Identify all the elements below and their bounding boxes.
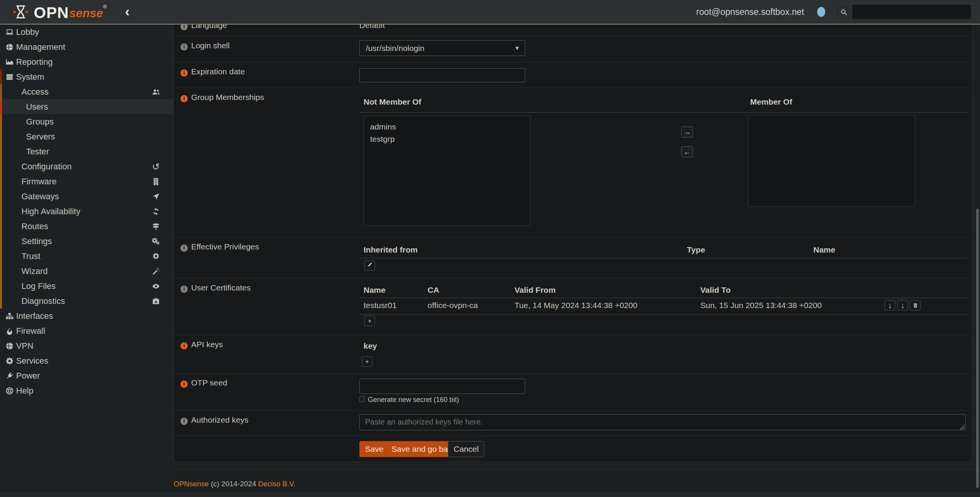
cert-col-name: Name bbox=[364, 285, 385, 295]
sidebar-item-high-availability[interactable]: High Availability bbox=[0, 204, 173, 219]
user-certificates-label: i User Certificates bbox=[180, 283, 251, 293]
row-login-shell: i Login shell /usr/sbin/nologin ▾ bbox=[174, 36, 972, 62]
col-type: Type bbox=[687, 245, 705, 254]
sidebar-item-users[interactable]: Users bbox=[0, 99, 173, 114]
cert-cell-valid-from: Tue, 14 May 2024 13:44:38 +0200 bbox=[515, 301, 637, 310]
add-api-key-button[interactable]: + bbox=[362, 356, 372, 367]
plus-icon: + bbox=[365, 358, 369, 366]
server-icon bbox=[4, 72, 15, 82]
cert-cell-name: testusr01 bbox=[364, 301, 397, 310]
not-member-of-listbox[interactable]: adminstestgrp bbox=[364, 116, 531, 226]
sidebar-item-settings[interactable]: Settings bbox=[0, 234, 173, 249]
sidebar-item-interfaces[interactable]: Interfaces bbox=[0, 308, 173, 323]
edit-privileges-button[interactable] bbox=[364, 260, 375, 271]
sidebar-item-services[interactable]: Services bbox=[0, 353, 173, 368]
otp-seed-label: i OTP seed bbox=[180, 378, 227, 388]
sidebar-item-groups[interactable]: Groups bbox=[0, 114, 173, 129]
sidebar-item-label: Help bbox=[16, 386, 33, 396]
medkit-icon bbox=[151, 297, 161, 306]
certificate-icon bbox=[151, 252, 161, 261]
footer-deciso-link[interactable]: Deciso B.V. bbox=[258, 480, 296, 488]
sidebar-item-reporting[interactable]: Reporting bbox=[0, 54, 173, 69]
sidebar-item-firmware[interactable]: Firmware bbox=[0, 174, 173, 189]
info-icon: i bbox=[180, 378, 188, 388]
top-header: OPN sense ® ‹ root@opnsense.softbox.net bbox=[0, 0, 980, 25]
sidebar-item-label: Configuration bbox=[21, 162, 72, 172]
group-header-divider bbox=[359, 112, 967, 113]
history-icon: ↺ bbox=[151, 162, 161, 171]
brand-primary: OPN bbox=[34, 5, 69, 20]
sidebar-item-system[interactable]: System bbox=[0, 69, 173, 84]
remove-from-group-button[interactable]: ← bbox=[681, 146, 693, 157]
sidebar-item-wizard[interactable]: Wizard bbox=[0, 264, 173, 279]
list-option[interactable]: testgrp bbox=[364, 133, 530, 145]
sidebar-item-gateways[interactable]: Gateways bbox=[0, 189, 173, 204]
generate-secret-checkbox[interactable] bbox=[359, 396, 365, 402]
sidebar-item-lobby[interactable]: Lobby bbox=[0, 25, 173, 39]
cert-cell-ca: office-ovpn-ca bbox=[428, 301, 478, 310]
global-search bbox=[834, 4, 972, 20]
user-edit-form: i Language Default i Login shell /usr/sb… bbox=[173, 25, 972, 462]
pencil-icon bbox=[367, 262, 373, 269]
sidebar-item-label: Groups bbox=[26, 117, 54, 127]
footer-opnsense-link[interactable]: OPNsense bbox=[174, 480, 209, 488]
save-button[interactable]: Save bbox=[359, 441, 389, 457]
cert-row-divider bbox=[359, 314, 967, 315]
download-certificate-button-1[interactable]: ↓ bbox=[885, 300, 895, 310]
sidebar-menu: LobbyManagementReportingSystemAccessUser… bbox=[0, 25, 173, 398]
sidebar-item-label: High Availability bbox=[21, 207, 80, 217]
delete-certificate-button[interactable] bbox=[910, 300, 921, 310]
search-input[interactable] bbox=[852, 5, 971, 19]
brand-secondary: sense bbox=[69, 7, 103, 20]
textarea-resize-grip[interactable] bbox=[960, 425, 965, 430]
caret-down-icon: ▾ bbox=[515, 44, 519, 52]
opnsense-logo[interactable]: OPN sense ® bbox=[11, 3, 107, 20]
sidebar-item-log-files[interactable]: Log Files bbox=[0, 279, 173, 294]
list-option[interactable]: admins bbox=[364, 121, 530, 133]
sidebar-item-firewall[interactable]: Firewall bbox=[0, 323, 173, 338]
sidebar-collapse-button[interactable]: ‹ bbox=[125, 6, 129, 18]
download-certificate-button-2[interactable]: ↓ bbox=[897, 300, 908, 310]
otp-seed-input[interactable] bbox=[359, 379, 525, 394]
sidebar-item-access[interactable]: Access bbox=[0, 84, 173, 99]
scrollbar-thumb[interactable] bbox=[976, 209, 979, 488]
gear-icon bbox=[4, 356, 15, 366]
sidebar-item-diagnostics[interactable]: Diagnostics bbox=[0, 294, 173, 308]
arrow-right-icon: → bbox=[683, 128, 691, 136]
sidebar-item-configuration[interactable]: Configuration↺ bbox=[0, 159, 173, 174]
info-icon: i bbox=[180, 93, 188, 102]
row-form-actions: Save Save and go back Cancel bbox=[174, 436, 972, 462]
main-content: i Language Default i Login shell /usr/sb… bbox=[173, 25, 980, 497]
add-certificate-button[interactable]: + bbox=[364, 316, 375, 326]
sidebar-item-management[interactable]: Management bbox=[0, 39, 173, 54]
expiration-date-input[interactable] bbox=[359, 68, 525, 82]
cancel-button[interactable]: Cancel bbox=[448, 441, 484, 457]
info-icon: i bbox=[180, 283, 188, 293]
info-icon: i bbox=[180, 242, 188, 252]
arrow-left-icon: ← bbox=[683, 148, 691, 156]
member-of-listbox[interactable] bbox=[748, 115, 915, 207]
signpost-icon bbox=[151, 222, 161, 231]
fire-icon bbox=[4, 326, 15, 336]
sidebar-item-help[interactable]: Help bbox=[0, 383, 173, 398]
sidebar-item-tester[interactable]: Tester bbox=[0, 144, 173, 159]
search-icon[interactable] bbox=[835, 5, 852, 19]
chevron-left-icon: ‹ bbox=[125, 4, 129, 20]
gears-icon bbox=[151, 237, 161, 246]
sidebar-item-servers[interactable]: Servers bbox=[0, 129, 173, 144]
row-api-keys: i API keys key + bbox=[174, 335, 972, 374]
login-shell-select[interactable]: /usr/sbin/nologin ▾ bbox=[359, 40, 525, 56]
add-to-group-button[interactable]: → bbox=[681, 126, 693, 138]
row-group-memberships: i Group Memberships Not Member Of Member… bbox=[174, 88, 972, 238]
sidebar-item-vpn[interactable]: VPN bbox=[0, 338, 173, 353]
authorized-keys-textarea[interactable] bbox=[359, 414, 966, 430]
api-keys-label: i API keys bbox=[180, 340, 223, 349]
sidebar-item-routes[interactable]: Routes bbox=[0, 219, 173, 234]
sidebar-item-trust[interactable]: Trust bbox=[0, 249, 173, 264]
sidebar-item-label: Lobby bbox=[16, 27, 39, 37]
sidebar-item-power[interactable]: Power bbox=[0, 368, 173, 383]
sidebar-item-label: Trust bbox=[21, 251, 40, 261]
wand-icon bbox=[151, 267, 161, 276]
sidebar-item-label: Firmware bbox=[21, 177, 57, 187]
footer-copyright: OPNsense (c) 2014-2024 Deciso B.V. bbox=[174, 480, 295, 488]
